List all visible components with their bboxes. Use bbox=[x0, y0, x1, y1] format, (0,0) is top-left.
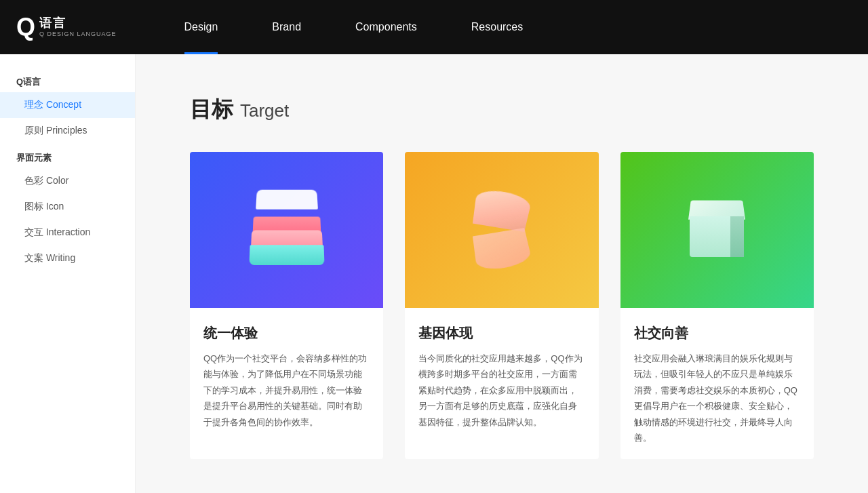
logo-sub: Q DESIGN LANGUAGE bbox=[39, 31, 117, 38]
logo-main: 语言 bbox=[39, 16, 117, 31]
card-unified: 统一体验 QQ作为一个社交平台，会容纳多样性的功能与体验，为了降低用户在不同场景… bbox=[190, 152, 383, 459]
logo: Q 语言 Q DESIGN LANGUAGE bbox=[16, 15, 117, 39]
logo-q: Q bbox=[16, 15, 35, 39]
shape-stack-icon bbox=[246, 189, 328, 271]
layer-bot bbox=[249, 245, 324, 265]
sidebar-item-principles[interactable]: 原则 Principles bbox=[0, 118, 135, 144]
nav-resources[interactable]: Resources bbox=[444, 0, 550, 54]
card-gene: 基因体现 当今同质化的社交应用越来越多，QQ作为横跨多时期多平台的社交应用，一方… bbox=[405, 152, 598, 459]
sidebar-item-icon[interactable]: 图标 Icon bbox=[0, 194, 135, 220]
layer-top bbox=[256, 190, 318, 210]
twist-bot bbox=[473, 228, 532, 273]
page-title-zh: 目标 bbox=[190, 95, 233, 125]
twist-top bbox=[473, 187, 532, 232]
card-image-2 bbox=[405, 152, 598, 308]
sidebar-item-interaction[interactable]: 交互 Interaction bbox=[0, 220, 135, 245]
card-title-3: 社交向善 bbox=[634, 324, 800, 342]
sidebar-item-writing[interactable]: 文案 Writing bbox=[0, 245, 135, 271]
nav-components[interactable]: Components bbox=[328, 0, 444, 54]
card-image-1 bbox=[190, 152, 383, 308]
main-content: 目标 Target 统一体验 QQ作为一个社交平台，会容纳多样性的功能与体验，为… bbox=[136, 54, 868, 493]
card-desc-3: 社交应用会融入琳琅满目的娱乐化规则与玩法，但吸引年轻人的不应只是单纯娱乐消费，需… bbox=[634, 351, 800, 446]
card-body-2: 基因体现 当今同质化的社交应用越来越多，QQ作为横跨多时期多平台的社交应用，一方… bbox=[405, 308, 598, 443]
nav-brand[interactable]: Brand bbox=[245, 0, 328, 54]
cards-grid: 统一体验 QQ作为一个社交平台，会容纳多样性的功能与体验，为了降低用户在不同场景… bbox=[190, 152, 814, 459]
sidebar-section2-title: 界面元素 bbox=[0, 144, 135, 168]
logo-text: 语言 Q DESIGN LANGUAGE bbox=[39, 16, 117, 38]
main-nav: Design Brand Components Resources bbox=[157, 0, 551, 54]
header: Q 语言 Q DESIGN LANGUAGE Design Brand Comp… bbox=[0, 0, 868, 54]
card-body-1: 统一体验 QQ作为一个社交平台，会容纳多样性的功能与体验，为了降低用户在不同场景… bbox=[190, 308, 383, 443]
twist-shape-icon bbox=[468, 186, 536, 274]
cube-3d-icon bbox=[683, 196, 751, 264]
sidebar: Q语言 理念 Concept 原则 Principles 界面元素 色彩 Col… bbox=[0, 54, 136, 493]
sidebar-top-title: Q语言 bbox=[0, 68, 135, 92]
card-desc-2: 当今同质化的社交应用越来越多，QQ作为横跨多时期多平台的社交应用，一方面需紧贴时… bbox=[418, 351, 585, 430]
card-social: 社交向善 社交应用会融入琳琅满目的娱乐化规则与玩法，但吸引年轻人的不应只是单纯娱… bbox=[620, 152, 814, 459]
card-desc-1: QQ作为一个社交平台，会容纳多样性的功能与体验，为了降低用户在不同场景功能下的学… bbox=[203, 351, 370, 430]
sidebar-item-concept[interactable]: 理念 Concept bbox=[0, 92, 135, 118]
page-title-en: Target bbox=[240, 100, 289, 121]
sidebar-item-color[interactable]: 色彩 Color bbox=[0, 168, 135, 194]
nav-design[interactable]: Design bbox=[157, 0, 245, 54]
cube-side bbox=[730, 216, 744, 257]
card-image-3 bbox=[620, 152, 814, 308]
card-title-2: 基因体现 bbox=[418, 324, 585, 342]
card-body-3: 社交向善 社交应用会融入琳琅满目的娱乐化规则与玩法，但吸引年轻人的不应只是单纯娱… bbox=[620, 308, 814, 459]
page-title: 目标 Target bbox=[190, 95, 814, 125]
layout: Q语言 理念 Concept 原则 Principles 界面元素 色彩 Col… bbox=[0, 54, 868, 493]
card-title-1: 统一体验 bbox=[203, 324, 370, 342]
